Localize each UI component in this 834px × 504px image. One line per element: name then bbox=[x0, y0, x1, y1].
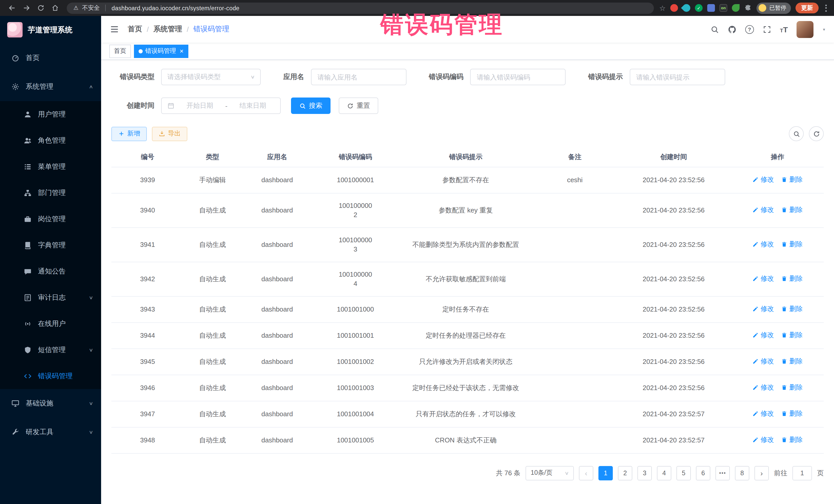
error-type-select[interactable]: 请选择错误码类型 ∨ bbox=[161, 69, 261, 85]
browser-back-icon[interactable] bbox=[5, 2, 19, 14]
sidebar-item-error-code[interactable]: 错误码管理 bbox=[0, 363, 101, 389]
edit-button[interactable]: 修改 bbox=[752, 304, 774, 313]
extension-icon[interactable] bbox=[670, 4, 678, 12]
error-code-input[interactable] bbox=[470, 69, 566, 85]
sidebar-item-post[interactable]: 岗位管理 bbox=[0, 206, 101, 232]
extensions-puzzle-icon[interactable] bbox=[744, 4, 752, 12]
next-page-button[interactable]: › bbox=[754, 466, 769, 480]
cell-id: 3946 bbox=[111, 375, 184, 401]
page-button-1[interactable]: 1 bbox=[598, 466, 613, 480]
cell-remark bbox=[534, 427, 616, 453]
tab-home[interactable]: 首页 bbox=[109, 44, 131, 58]
sidebar-item-notice[interactable]: 通知公告 bbox=[0, 258, 101, 284]
delete-button[interactable]: 删除 bbox=[781, 409, 803, 418]
hamburger-icon[interactable] bbox=[109, 24, 119, 35]
github-icon[interactable] bbox=[728, 25, 737, 34]
edit-button[interactable]: 修改 bbox=[752, 382, 774, 392]
delete-button[interactable]: 删除 bbox=[781, 205, 803, 214]
profile-paused-chip[interactable]: 已暂停 bbox=[756, 2, 791, 14]
cell-message: 参数配置 key 重复 bbox=[398, 193, 534, 227]
reset-button[interactable]: 重置 bbox=[339, 97, 378, 114]
browser-menu-icon[interactable] bbox=[823, 4, 829, 12]
page-button-8[interactable]: 8 bbox=[735, 466, 749, 480]
sidebar-item-dev-tools[interactable]: 研发工具∨ bbox=[0, 418, 101, 446]
edit-button[interactable]: 修改 bbox=[752, 356, 774, 366]
page-button-3[interactable]: 3 bbox=[637, 466, 652, 480]
page-button-4[interactable]: 4 bbox=[657, 466, 671, 480]
sidebar-item-dept[interactable]: 部门管理 bbox=[0, 180, 101, 206]
pager-ellipsis[interactable]: ••• bbox=[716, 466, 730, 480]
sidebar-item-label: 角色管理 bbox=[38, 136, 93, 145]
edit-button[interactable]: 修改 bbox=[752, 175, 774, 184]
extension-icon[interactable]: ✓ bbox=[695, 4, 703, 12]
font-size-icon[interactable]: TT bbox=[780, 25, 788, 34]
extension-icon[interactable] bbox=[681, 3, 692, 13]
error-message-input[interactable] bbox=[630, 69, 725, 85]
refresh-table-button[interactable] bbox=[809, 126, 824, 141]
delete-button[interactable]: 删除 bbox=[781, 274, 803, 283]
chevron-down-icon[interactable]: ▼ bbox=[822, 27, 826, 31]
tab-error-code[interactable]: 错误码管理× bbox=[134, 44, 188, 58]
delete-button[interactable]: 删除 bbox=[781, 239, 803, 249]
browser-home-icon[interactable] bbox=[48, 2, 62, 14]
fullscreen-icon[interactable] bbox=[763, 25, 771, 34]
edit-button[interactable]: 修改 bbox=[752, 435, 774, 444]
date-range-picker[interactable]: 开始日期 - 结束日期 bbox=[161, 97, 281, 114]
sidebar-item-home[interactable]: 首页 bbox=[0, 44, 101, 72]
delete-button[interactable]: 删除 bbox=[781, 435, 803, 444]
search-button[interactable]: 搜索 bbox=[291, 97, 331, 114]
edit-pencil-icon bbox=[752, 306, 759, 312]
prev-page-button[interactable]: ‹ bbox=[579, 466, 593, 480]
delete-label: 删除 bbox=[789, 435, 803, 444]
edit-button[interactable]: 修改 bbox=[752, 239, 774, 249]
browser-forward-icon[interactable] bbox=[20, 2, 33, 14]
page-button-6[interactable]: 6 bbox=[696, 466, 710, 480]
address-bar[interactable]: ⚠ 不安全 dashboard.yudao.iocoder.cn/system/… bbox=[67, 2, 654, 14]
sidebar-item-online-user[interactable]: 在线用户 bbox=[0, 310, 101, 337]
extension-icon[interactable] bbox=[732, 4, 740, 12]
page-size-select[interactable]: 10条/页 ∨ bbox=[526, 466, 574, 480]
edit-pencil-icon bbox=[752, 241, 759, 247]
browser-refresh-icon[interactable] bbox=[34, 2, 47, 14]
page-button-2[interactable]: 2 bbox=[618, 466, 632, 480]
sidebar-item-menu[interactable]: 菜单管理 bbox=[0, 153, 101, 180]
extension-icon[interactable] bbox=[707, 4, 715, 12]
sidebar-item-system[interactable]: 系统管理∧ bbox=[0, 72, 101, 101]
add-button[interactable]: 新增 bbox=[111, 127, 147, 141]
export-button[interactable]: 导出 bbox=[152, 127, 187, 141]
edit-button[interactable]: 修改 bbox=[752, 274, 774, 283]
breadcrumb-item[interactable]: 首页 bbox=[128, 25, 142, 34]
help-icon[interactable]: ? bbox=[745, 25, 754, 34]
sidebar-logo[interactable]: 芋道管理系统 bbox=[0, 16, 101, 44]
search-icon[interactable] bbox=[710, 25, 719, 34]
delete-button[interactable]: 删除 bbox=[781, 382, 803, 392]
sidebar-item-audit-log[interactable]: 审计日志∨ bbox=[0, 284, 101, 310]
sidebar-item-dict[interactable]: 字典管理 bbox=[0, 232, 101, 258]
page-button-5[interactable]: 5 bbox=[676, 466, 691, 480]
goto-page-input[interactable] bbox=[792, 466, 812, 480]
close-tab-icon[interactable]: × bbox=[180, 47, 183, 55]
cell-type: 自动生成 bbox=[184, 401, 241, 427]
column-header: 编号 bbox=[111, 148, 184, 167]
sidebar-item-role[interactable]: 角色管理 bbox=[0, 127, 101, 153]
edit-button[interactable]: 修改 bbox=[752, 409, 774, 418]
profile-avatar-icon bbox=[759, 4, 766, 12]
breadcrumb-item[interactable]: 系统管理 bbox=[153, 25, 182, 34]
delete-button[interactable]: 删除 bbox=[781, 175, 803, 184]
sidebar-item-sms[interactable]: 短信管理∨ bbox=[0, 337, 101, 363]
edit-pencil-icon bbox=[752, 437, 759, 443]
delete-label: 删除 bbox=[789, 175, 803, 184]
delete-button[interactable]: 删除 bbox=[781, 304, 803, 313]
extension-icon[interactable]: on bbox=[720, 4, 727, 12]
sidebar-item-user[interactable]: 用户管理 bbox=[0, 101, 101, 127]
app-name-input[interactable] bbox=[311, 69, 406, 85]
show-search-button[interactable] bbox=[789, 126, 804, 141]
user-avatar[interactable] bbox=[796, 21, 813, 38]
edit-button[interactable]: 修改 bbox=[752, 330, 774, 339]
bookmark-star-icon[interactable]: ☆ bbox=[659, 4, 666, 12]
sidebar-item-infra[interactable]: 基础设施∨ bbox=[0, 389, 101, 418]
delete-button[interactable]: 删除 bbox=[781, 356, 803, 366]
delete-button[interactable]: 删除 bbox=[781, 330, 803, 339]
edit-button[interactable]: 修改 bbox=[752, 205, 774, 214]
browser-update-button[interactable]: 更新 bbox=[795, 3, 819, 13]
